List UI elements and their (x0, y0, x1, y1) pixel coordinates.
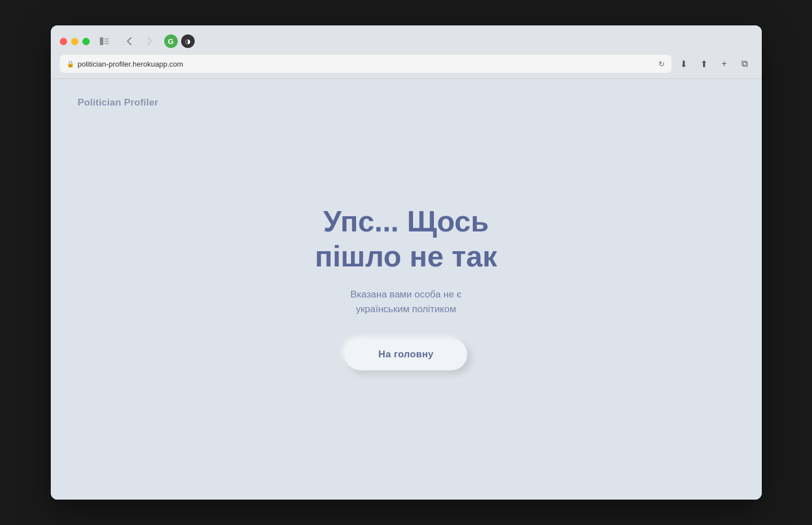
forward-button[interactable] (142, 33, 157, 49)
browser-nav (121, 33, 157, 49)
address-bar[interactable]: 🔒 politician-profiler.herokuapp.com ↻ (60, 55, 671, 73)
back-button[interactable] (121, 33, 137, 49)
error-heading-line2: пішло не так (315, 240, 497, 273)
tabs-overview-button[interactable]: ⧉ (737, 56, 753, 72)
svg-rect-2 (104, 41, 109, 42)
close-button[interactable] (60, 38, 67, 45)
error-subtext-line2: українським політиком (356, 304, 457, 314)
traffic-lights (60, 38, 90, 45)
page-content: Politician Profiler Упс... Щось пішло не… (51, 79, 762, 500)
error-subtext-line1: Вказана вами особа не є (350, 289, 462, 300)
sidebar-button[interactable] (96, 33, 112, 49)
browser-chrome: G ◑ 🔒 politician-profiler.herokuapp.com … (51, 25, 762, 79)
error-container: Упс... Щось пішло не так Вказана вами ос… (51, 75, 762, 500)
grammarly-icon[interactable]: G (164, 34, 178, 48)
browser-window: G ◑ 🔒 politician-profiler.herokuapp.com … (51, 25, 762, 500)
svg-rect-1 (104, 38, 109, 40)
download-button[interactable]: ⬇ (676, 56, 692, 72)
minimize-button[interactable] (71, 38, 78, 45)
add-tab-button[interactable]: + (717, 56, 732, 72)
url-text: politician-profiler.herokuapp.com (78, 60, 655, 68)
share-button[interactable]: ⬆ (696, 56, 712, 72)
error-heading: Упс... Щось пішло не так (315, 204, 497, 274)
svg-rect-3 (104, 43, 109, 44)
browser-titlebar: G ◑ (60, 33, 753, 49)
home-button[interactable]: На головну (345, 339, 468, 370)
dark-mode-icon[interactable]: ◑ (181, 34, 195, 48)
error-heading-line1: Упс... Щось (323, 205, 489, 238)
error-subtext: Вказана вами особа не є українським полі… (350, 287, 462, 316)
maximize-button[interactable] (82, 38, 90, 45)
svg-rect-0 (100, 37, 103, 45)
reload-icon[interactable]: ↻ (659, 60, 665, 68)
lock-icon: 🔒 (67, 60, 74, 68)
extension-icons: G ◑ (164, 34, 195, 48)
browser-actions: ⬇ ⬆ + ⧉ (676, 56, 753, 72)
